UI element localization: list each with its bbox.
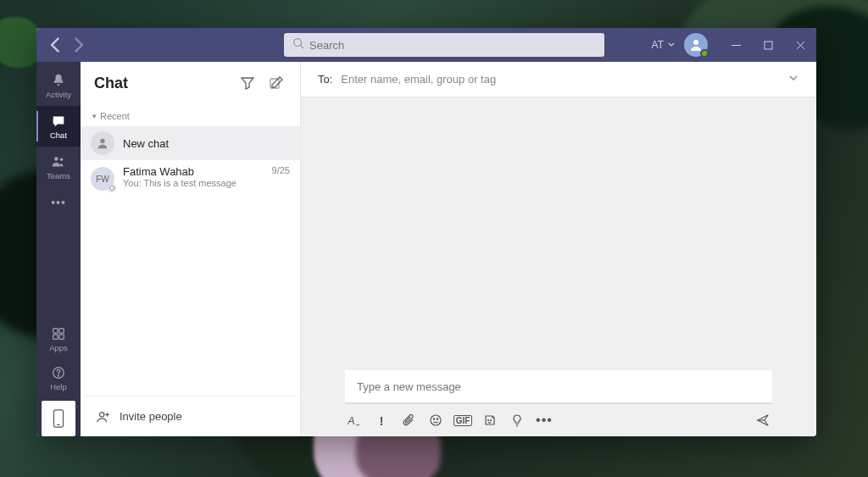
svg-point-23 <box>437 419 437 419</box>
rail-label: Activity <box>46 90 71 99</box>
svg-point-21 <box>431 415 441 425</box>
invite-people-button[interactable]: Invite people <box>84 396 297 436</box>
contact-avatar: FW <box>91 167 114 191</box>
svg-point-19 <box>100 412 104 416</box>
more-icon: ••• <box>536 413 553 428</box>
tenant-label: AT <box>652 39 664 51</box>
tenant-switcher[interactable]: AT <box>648 36 679 54</box>
chat-row-date: 9/25 <box>272 165 290 175</box>
chat-row-preview: You: This is a test message <box>123 178 272 188</box>
format-button[interactable]: A <box>347 413 362 428</box>
svg-rect-9 <box>53 328 58 332</box>
rail-activity[interactable]: Activity <box>36 65 81 106</box>
nav-forward-button[interactable] <box>67 34 89 56</box>
meetup-button[interactable] <box>509 413 525 428</box>
to-label: To: <box>318 73 332 86</box>
recipients-expand-button[interactable] <box>787 72 799 87</box>
gif-icon: GIF <box>453 415 473 426</box>
search-box[interactable] <box>284 33 604 57</box>
svg-point-24 <box>488 420 489 421</box>
titlebar: AT <box>36 28 816 62</box>
rail-label: Chat <box>50 130 67 140</box>
emoji-icon <box>429 413 442 427</box>
svg-point-22 <box>433 419 434 419</box>
svg-point-0 <box>294 39 302 47</box>
attach-button[interactable] <box>401 413 416 428</box>
chat-row-item[interactable]: FW Fatima Wahab You: This is a test mess… <box>81 160 300 201</box>
priority-button[interactable]: ! <box>374 413 389 428</box>
paperclip-icon <box>402 413 415 427</box>
rail-label: Apps <box>49 343 68 352</box>
message-area <box>301 97 816 370</box>
send-button[interactable] <box>755 413 771 428</box>
presence-available-icon <box>700 49 709 58</box>
chevron-down-icon <box>667 41 676 49</box>
chat-row-name: New chat <box>123 137 290 150</box>
rail-help[interactable]: Help <box>36 358 81 397</box>
gif-button[interactable]: GIF <box>455 413 470 428</box>
svg-point-18 <box>100 139 104 143</box>
svg-text:A: A <box>348 414 355 427</box>
apps-icon <box>51 326 66 341</box>
compose-icon <box>270 76 283 90</box>
presence-offline-icon <box>108 184 116 192</box>
phone-icon <box>52 409 65 428</box>
maximize-button[interactable] <box>752 28 784 62</box>
app-rail: Activity Chat Teams ••• Apps Help <box>36 62 81 436</box>
rail-label: Teams <box>47 171 70 180</box>
search-input[interactable] <box>309 39 596 52</box>
invite-label: Invite people <box>120 410 182 423</box>
new-chat-avatar-icon <box>91 131 114 155</box>
svg-rect-4 <box>765 42 772 49</box>
svg-rect-10 <box>59 328 64 332</box>
compose-input[interactable] <box>357 380 760 393</box>
more-icon: ••• <box>51 196 66 209</box>
conversation-pane: To: A ! <box>301 62 816 436</box>
profile-avatar[interactable] <box>684 33 708 57</box>
format-icon: A <box>348 413 361 427</box>
teams-icon <box>51 154 66 169</box>
chat-icon <box>51 114 66 129</box>
compose-box[interactable] <box>345 370 772 404</box>
rail-teams[interactable]: Teams <box>36 147 81 187</box>
rail-mobile-button[interactable] <box>42 401 75 436</box>
more-actions-button[interactable]: ••• <box>537 413 552 428</box>
sticker-icon <box>483 413 497 427</box>
sticker-button[interactable] <box>482 413 498 428</box>
chat-panel-title: Chat <box>94 75 237 92</box>
section-label-text: Recent <box>100 111 130 121</box>
invite-icon <box>96 409 111 424</box>
contact-initials: FW <box>96 175 109 184</box>
svg-point-2 <box>693 40 698 45</box>
rail-more[interactable]: ••• <box>36 187 81 218</box>
search-icon <box>292 37 309 53</box>
svg-point-14 <box>58 375 58 376</box>
rail-apps[interactable]: Apps <box>36 319 81 358</box>
bell-icon <box>51 73 66 88</box>
chevron-down-icon <box>787 72 799 84</box>
filter-button[interactable] <box>237 73 258 93</box>
emoji-button[interactable] <box>428 413 443 428</box>
svg-rect-11 <box>53 334 58 338</box>
close-button[interactable] <box>784 28 816 62</box>
exclamation-icon: ! <box>380 413 384 428</box>
new-chat-button[interactable] <box>266 73 287 93</box>
recipients-input[interactable] <box>341 73 779 86</box>
minimize-button[interactable] <box>720 28 752 62</box>
svg-point-8 <box>60 158 64 161</box>
chat-row-name: Fatima Wahab <box>123 165 272 178</box>
rail-label: Help <box>50 382 67 391</box>
svg-rect-12 <box>59 334 64 338</box>
rail-chat[interactable]: Chat <box>36 106 81 147</box>
lightbulb-icon <box>510 413 524 427</box>
svg-point-7 <box>54 157 58 161</box>
caret-down-icon: ▾ <box>92 112 97 120</box>
send-icon <box>756 413 770 427</box>
teams-window: AT Activity Chat <box>36 28 816 436</box>
chat-row-new[interactable]: New chat <box>81 126 300 160</box>
svg-line-1 <box>301 46 304 49</box>
chat-list-panel: Chat ▾ Recent <box>81 62 301 436</box>
section-recent[interactable]: ▾ Recent <box>81 104 300 126</box>
recipients-row: To: <box>301 62 816 97</box>
nav-back-button[interactable] <box>45 34 67 56</box>
